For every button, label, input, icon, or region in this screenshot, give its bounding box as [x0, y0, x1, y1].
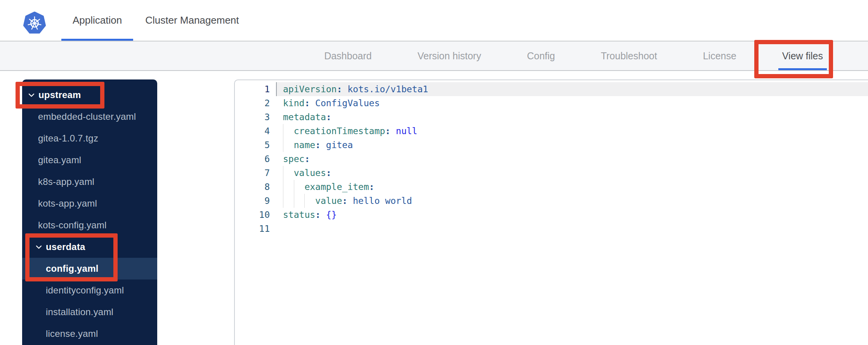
line-number: 5: [235, 138, 276, 152]
line-number: 4: [235, 124, 276, 138]
code-line-9: 9value: hello world: [235, 194, 868, 208]
token-val: hello world: [347, 196, 412, 206]
app-subnav: DashboardVersion historyConfigTroublesho…: [0, 41, 868, 71]
code-text: creationTimestamp: null: [276, 124, 868, 138]
chevron-down-icon: [28, 93, 35, 97]
header-tabs: ApplicationCluster Management: [61, 0, 250, 41]
tree-item-license-yaml[interactable]: license.yaml: [22, 323, 157, 345]
token-colon: :: [315, 140, 321, 150]
code-text: name: gitea: [276, 138, 868, 152]
token-colon: :: [342, 196, 347, 206]
subnav-tab-view-files[interactable]: View files: [778, 41, 827, 70]
tree-item-label: installation.yaml: [46, 307, 113, 317]
chevron-down-icon: [36, 245, 42, 249]
tree-item-label: embedded-cluster.yaml: [38, 111, 136, 122]
token-colon: :: [315, 210, 321, 220]
code-line-4: 4creationTimestamp: null: [235, 124, 868, 138]
tree-item-gitea-1-0-7-tgz[interactable]: gitea-1.0.7.tgz: [22, 128, 157, 149]
kots-admin-console: ApplicationCluster Management DashboardV…: [0, 0, 868, 345]
tree-item-installation-yaml[interactable]: installation.yaml: [22, 301, 157, 323]
tree-item-label: gitea-1.0.7.tgz: [38, 133, 98, 144]
indent-guide: [283, 124, 294, 138]
tree-item-embedded-cluster-yaml[interactable]: embedded-cluster.yaml: [22, 106, 157, 128]
token-val: gitea: [321, 140, 353, 150]
tree-item-label: userdata: [46, 242, 85, 252]
code-line-2: 2kind: ConfigValues: [235, 96, 868, 110]
code-line-1: 1apiVersion: kots.io/v1beta1: [235, 82, 868, 96]
token-key: value: [315, 196, 342, 206]
indent-guide: [283, 138, 294, 152]
token-colon: :: [369, 182, 375, 192]
line-number: 10: [235, 208, 276, 222]
kubernetes-logo-icon[interactable]: [23, 12, 46, 34]
indent-guide: [294, 180, 305, 194]
code-line-3: 3metadata:: [235, 110, 868, 124]
token-val: ConfigValues: [310, 98, 380, 108]
subnav-tab-version-history[interactable]: Version history: [413, 41, 485, 70]
token-special: {}: [321, 210, 337, 220]
tree-item-kots-config-yaml[interactable]: kots-config.yaml: [22, 214, 157, 236]
line-number: 6: [235, 152, 276, 166]
indent-guide: [283, 180, 294, 194]
header-tab-application[interactable]: Application: [61, 0, 133, 41]
subnav-tab-license[interactable]: License: [699, 41, 740, 70]
code-line-8: 8example_item:: [235, 180, 868, 194]
tree-item-gitea-yaml[interactable]: gitea.yaml: [22, 149, 157, 171]
code-line-10: 10status: {}: [235, 208, 868, 222]
code-line-7: 7values:: [235, 166, 868, 180]
code-text: kind: ConfigValues: [276, 96, 868, 110]
tree-item-label: upstream: [38, 90, 81, 100]
code-text: status: {}: [276, 208, 868, 222]
code-text: apiVersion: kots.io/v1beta1: [276, 82, 868, 96]
tree-item-kots-app-yaml[interactable]: kots-app.yaml: [22, 193, 157, 214]
token-colon: :: [326, 168, 332, 178]
header-tab-cluster-management[interactable]: Cluster Management: [134, 0, 250, 41]
token-key: metadata: [283, 112, 326, 122]
indent-guide: [283, 194, 294, 208]
code-text: example_item:: [276, 180, 868, 194]
tree-item-label: license.yaml: [46, 328, 98, 339]
subnav-tab-dashboard[interactable]: Dashboard: [320, 41, 375, 70]
subnav-tab-config[interactable]: Config: [523, 41, 559, 70]
code-text: spec:: [276, 152, 868, 166]
token-val: kots.io/v1beta1: [342, 84, 428, 94]
token-key: spec: [283, 154, 304, 164]
tree-item-label: identityconfig.yaml: [46, 285, 124, 296]
token-colon: :: [304, 154, 310, 164]
token-colon: :: [337, 84, 342, 94]
tree-item-label: k8s-app.yaml: [38, 176, 94, 187]
yaml-code-viewer[interactable]: 1apiVersion: kots.io/v1beta12kind: Confi…: [234, 79, 868, 345]
line-number: 3: [235, 110, 276, 124]
subnav-tab-troubleshoot[interactable]: Troubleshoot: [597, 41, 661, 70]
code-line-5: 5name: gitea: [235, 138, 868, 152]
line-number: 1: [235, 82, 276, 96]
file-tree-sidebar: upstreamembedded-cluster.yamlgitea-1.0.7…: [22, 79, 157, 345]
line-number: 7: [235, 166, 276, 180]
token-key: status: [283, 210, 315, 220]
indent-guide: [283, 166, 294, 180]
tree-item-label: kots-config.yaml: [38, 220, 107, 231]
token-colon: :: [326, 112, 332, 122]
code-line-11: 11: [235, 222, 868, 236]
token-key: example_item: [304, 182, 369, 192]
code-text: values:: [276, 166, 868, 180]
line-number: 11: [235, 222, 276, 236]
token-colon: :: [304, 98, 310, 108]
code-text: value: hello world: [276, 194, 868, 208]
token-colon: :: [385, 126, 391, 136]
token-special: null: [391, 126, 417, 136]
tree-item-label: gitea.yaml: [38, 155, 81, 166]
token-key: creationTimestamp: [294, 126, 385, 136]
app-header: ApplicationCluster Management: [0, 0, 868, 41]
tree-item-upstream[interactable]: upstream: [22, 84, 157, 106]
token-key: apiVersion: [283, 84, 337, 94]
code-text: [276, 222, 868, 236]
tree-item-identityconfig-yaml[interactable]: identityconfig.yaml: [22, 279, 157, 301]
line-number: 2: [235, 96, 276, 110]
indent-guide: [304, 194, 315, 208]
token-key: values: [294, 168, 326, 178]
indent-guide: [294, 194, 305, 208]
tree-item-userdata[interactable]: userdata: [22, 236, 157, 258]
tree-item-config-yaml[interactable]: config.yaml: [22, 258, 157, 279]
tree-item-k8s-app-yaml[interactable]: k8s-app.yaml: [22, 171, 157, 193]
